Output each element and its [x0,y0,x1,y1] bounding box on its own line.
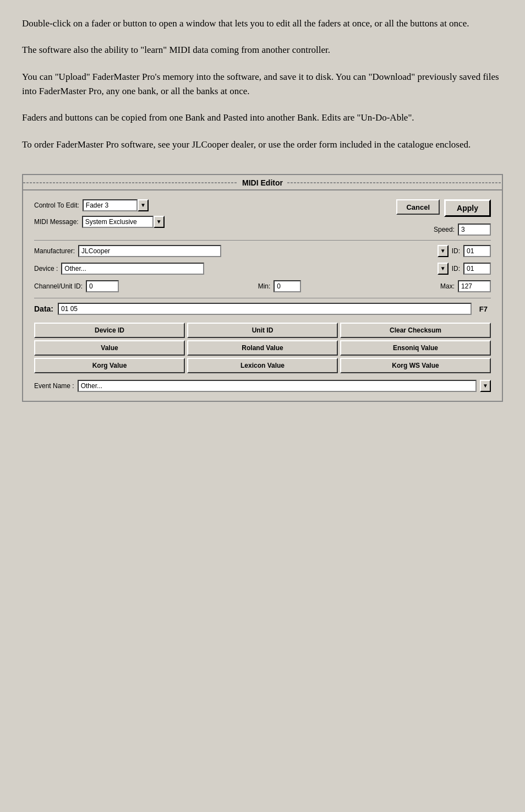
lexicon-value-button[interactable]: Lexicon Value [187,358,338,373]
event-row: Event Name : Other... ▼ [34,380,491,392]
min-label: Min: [258,282,271,290]
event-name-input[interactable]: Other... [78,380,477,392]
midi-editor-titlebar: MIDI Editor [23,175,502,190]
data-label: Data: [34,304,53,313]
midi-message-value: System Exclusive [82,216,154,228]
intro-paragraph-4: Faders and buttons can be copied from on… [22,111,503,125]
ensoniq-value-button[interactable]: Ensoniq Value [340,340,491,356]
intro-paragraph-1: Double-click on a fader or button to ope… [22,17,503,31]
roland-value-button[interactable]: Roland Value [187,340,338,356]
f7-badge: F7 [476,304,491,314]
cancel-button[interactable]: Cancel [396,199,440,215]
korg-value-button[interactable]: Korg Value [34,358,185,373]
speed-label: Speed: [434,226,455,233]
intro-paragraph-2: The software also the ability to "learn"… [22,43,503,57]
max-label: Max: [440,282,455,290]
speed-input[interactable]: 3 [458,224,491,236]
channel-unit-id-label: Channel/Unit ID: [34,282,83,290]
device-id-label: ID: [452,265,460,273]
midi-editor-body: Control To Edit: Fader 3 ▼ MIDI Message:… [23,190,502,401]
manufacturer-id-input[interactable]: 01 [463,245,491,257]
korg-ws-value-button[interactable]: Korg WS Value [340,358,491,373]
divider-1 [34,240,491,241]
apply-button[interactable]: Apply [444,199,491,217]
midi-editor-title: MIDI Editor [242,178,283,187]
event-name-label: Event Name : [34,382,74,390]
channel-unit-id-input[interactable]: 0 [86,280,119,292]
device-input[interactable]: Other... [61,263,204,275]
control-to-edit-select-wrapper[interactable]: Fader 3 ▼ [83,199,149,211]
control-to-edit-value: Fader 3 [83,199,138,211]
device-label: Device : [34,265,58,273]
data-row: Data: 01 05 F7 [34,303,491,315]
manufacturer-id-label: ID: [452,247,460,255]
device-dropdown-arrow[interactable]: ▼ [438,263,449,275]
manufacturer-dropdown-arrow[interactable]: ▼ [438,245,449,257]
titlebar-line-right [287,182,502,183]
buttons-grid: Device ID Unit ID Clear Checksum Value R… [34,323,491,373]
midi-message-select-wrapper[interactable]: System Exclusive ▼ [82,216,165,228]
divider-2 [34,298,491,298]
control-to-edit-dropdown-arrow[interactable]: ▼ [138,199,149,211]
channel-row: Channel/Unit ID: 0 Min: 0 Max: 127 [34,280,491,292]
intro-section: Double-click on a fader or button to ope… [22,17,503,152]
manufacturer-label: Manufacturer: [34,247,75,255]
max-input[interactable]: 127 [458,280,491,292]
manufacturer-input[interactable]: JLCooper [78,245,221,257]
device-id-button[interactable]: Device ID [34,323,185,338]
device-id-input[interactable]: 01 [463,263,491,275]
control-to-edit-label: Control To Edit: [34,201,79,209]
intro-paragraph-5: To order FaderMaster Pro software, see y… [22,138,503,152]
event-name-dropdown-arrow[interactable]: ▼ [480,380,491,392]
manufacturer-row: Manufacturer: JLCooper ▼ ID: 01 [34,245,491,257]
clear-checksum-button[interactable]: Clear Checksum [340,323,491,338]
midi-editor-window: MIDI Editor Control To Edit: Fader 3 ▼ M… [22,174,503,402]
titlebar-line-left [23,182,238,183]
midi-message-label: MIDI Message: [34,218,79,226]
value-button[interactable]: Value [34,340,185,356]
intro-paragraph-3: You can "Upload" FaderMaster Pro's memor… [22,70,503,99]
unit-id-button[interactable]: Unit ID [187,323,338,338]
device-row: Device : Other... ▼ ID: 01 [34,263,491,275]
data-input[interactable]: 01 05 [58,303,472,315]
min-input[interactable]: 0 [274,280,301,292]
midi-message-dropdown-arrow[interactable]: ▼ [154,216,165,228]
